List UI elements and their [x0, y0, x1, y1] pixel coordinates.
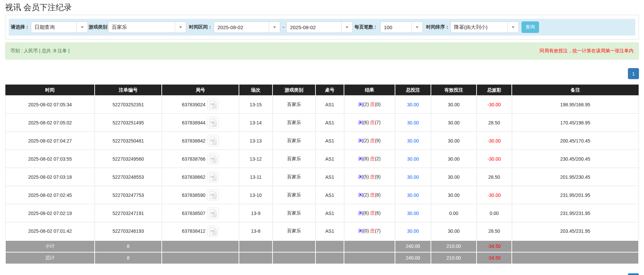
- total-bet-link[interactable]: 30.00: [407, 156, 419, 162]
- cell-total-bet: 30.00: [395, 204, 431, 222]
- banker-score: (2): [375, 156, 381, 161]
- cell-payout: -30.00: [477, 150, 512, 168]
- table-header: 时间注单编号局号场次游戏类别桌号结果总投注有效投注总派彩备注: [5, 85, 639, 96]
- cell-result: 闲(2) 庄(8): [344, 186, 395, 204]
- chevron-down-icon[interactable]: [507, 22, 518, 33]
- subtotal-cell-3: [162, 240, 239, 252]
- total-cell-9: 210.00: [431, 252, 477, 264]
- cell-payout: 0.00: [477, 204, 512, 222]
- subtotal-cell-4: [239, 240, 273, 252]
- total-bet-link[interactable]: 30.00: [407, 120, 419, 125]
- page-button-1[interactable]: 1: [628, 68, 639, 79]
- cell-table-no: AS1: [315, 186, 344, 204]
- subtotal-cell-1: 小计: [5, 240, 95, 252]
- cell-game: 百家乐: [273, 168, 315, 186]
- total-bet-link[interactable]: 30.00: [407, 138, 419, 144]
- select-type-dropdown[interactable]: 日期查询: [31, 21, 88, 33]
- round-no-text: 637838662: [182, 174, 205, 180]
- cell-total-bet: 30.00: [395, 186, 431, 204]
- cell-payout: -30.00: [477, 186, 512, 204]
- banker-label: 庄: [370, 192, 375, 198]
- video-file-icon: [207, 117, 219, 128]
- table-row: 2025-08-02 07:03:55522703249560637838766…: [5, 150, 639, 168]
- total-bet-link[interactable]: 30.00: [407, 174, 419, 180]
- column-header-6: 桌号: [315, 85, 344, 96]
- chevron-down-icon[interactable]: [411, 22, 423, 33]
- cell-total-bet: 30.00: [395, 132, 431, 150]
- cell-bet-no: 522703248553: [95, 168, 162, 186]
- video-button[interactable]: [207, 189, 219, 201]
- cell-valid-bet: 30.00: [431, 186, 477, 204]
- cell-bet-no: 522703251495: [95, 114, 162, 132]
- total-bet-link[interactable]: 30.00: [407, 192, 419, 198]
- cell-remark: 231.95/231.95: [512, 204, 639, 222]
- video-button[interactable]: [207, 117, 219, 128]
- cell-time: 2025-08-02 07:05:02: [5, 114, 95, 132]
- date-from-picker[interactable]: 2025-08-02: [214, 21, 280, 33]
- video-button[interactable]: [207, 99, 219, 110]
- chevron-down-icon[interactable]: [269, 22, 280, 33]
- column-header-10: 总派彩: [477, 85, 512, 96]
- chevron-down-icon[interactable]: [341, 22, 352, 33]
- cell-time: 2025-08-02 07:03:55: [5, 150, 95, 168]
- round-no-text: 637838766: [182, 156, 205, 162]
- chevron-down-icon[interactable]: [77, 22, 88, 33]
- game-type-dropdown[interactable]: 百家乐: [108, 21, 186, 33]
- column-header-7: 结果: [344, 85, 395, 96]
- video-button[interactable]: [207, 135, 219, 147]
- round-no-text: 637838590: [182, 192, 205, 198]
- table-row: 2025-08-02 07:02:19522703247191637838507…: [5, 204, 639, 222]
- banker-score: (0): [375, 102, 381, 107]
- select-type-label: 请选择：: [11, 24, 30, 30]
- date-to-value: 2025-08-02: [287, 24, 341, 30]
- banker-score: (8): [375, 192, 381, 198]
- cell-round-no: 637838842: [162, 132, 239, 150]
- summary-notice: 同局有效投注，统一计算在该局第一张注单内: [540, 48, 634, 54]
- total-bet-link[interactable]: 30.00: [407, 228, 419, 234]
- cell-round-no: 637838944: [162, 114, 239, 132]
- cell-valid-bet: 30.00: [431, 150, 477, 168]
- cell-session: 13-13: [239, 132, 273, 150]
- time-sort-dropdown[interactable]: 降幂(由大到小): [450, 21, 519, 33]
- total-row: 总计8240.00210.00-34.50: [5, 252, 639, 264]
- cell-time: 2025-08-02 07:01:42: [5, 222, 95, 240]
- video-file-icon: [207, 189, 219, 201]
- chevron-down-icon[interactable]: [175, 22, 186, 33]
- player-score: (2): [363, 138, 370, 143]
- cell-session: 13-15: [239, 96, 273, 114]
- player-label: 闲: [358, 138, 363, 143]
- subtotal-cell-5: [273, 240, 315, 252]
- page-title: 视讯 会员下注纪录: [5, 2, 639, 12]
- summary-bar: 币别 : 人民币 | 总共 :8 注单 | 同局有效投注，统一计算在该局第一张注…: [5, 42, 639, 60]
- cell-session: 13-10: [239, 186, 273, 204]
- pagination-top: 1: [5, 68, 639, 79]
- summary-text: 币别 : 人民币 | 总共 :8 注单 |: [10, 48, 69, 54]
- banker-label: 庄: [370, 228, 375, 233]
- cell-total-bet: 30.00: [395, 96, 431, 114]
- video-button[interactable]: [207, 153, 219, 165]
- player-score: (8): [363, 156, 370, 161]
- cell-table-no: AS1: [315, 150, 344, 168]
- subtotal-row: 小计8240.00210.00-34.50: [5, 240, 639, 252]
- cell-remark: 231.95/201.95: [512, 186, 639, 204]
- video-button[interactable]: [207, 171, 219, 183]
- cell-table-no: AS1: [315, 168, 344, 186]
- cell-game: 百家乐: [273, 132, 315, 150]
- cell-bet-no: 522703247191: [95, 204, 162, 222]
- total-bet-link[interactable]: 30.00: [407, 102, 419, 107]
- page-size-dropdown[interactable]: 100: [380, 21, 423, 33]
- cell-remark: 200.45/170.45: [512, 132, 639, 150]
- cell-game: 百家乐: [273, 204, 315, 222]
- search-button[interactable]: 查询: [522, 21, 539, 33]
- date-to-picker[interactable]: 2025-08-02: [286, 21, 353, 33]
- date-from-value: 2025-08-02: [214, 24, 269, 30]
- video-button[interactable]: [207, 207, 219, 219]
- page: 视讯 会员下注纪录 请选择： 日期查询 游戏类别 百家乐 时间区间： 2025-…: [0, 2, 644, 275]
- cell-valid-bet: 30.00: [431, 222, 477, 240]
- game-type-label: 游戏类别: [89, 24, 107, 30]
- video-button[interactable]: [207, 225, 219, 237]
- filter-panel: 请选择： 日期查询 游戏类别 百家乐 时间区间： 2025-08-02 ~ 20…: [5, 15, 639, 40]
- page-button-1-bottom[interactable]: 1: [628, 273, 639, 275]
- player-label: 闲: [358, 174, 363, 179]
- total-bet-link[interactable]: 30.00: [407, 211, 419, 216]
